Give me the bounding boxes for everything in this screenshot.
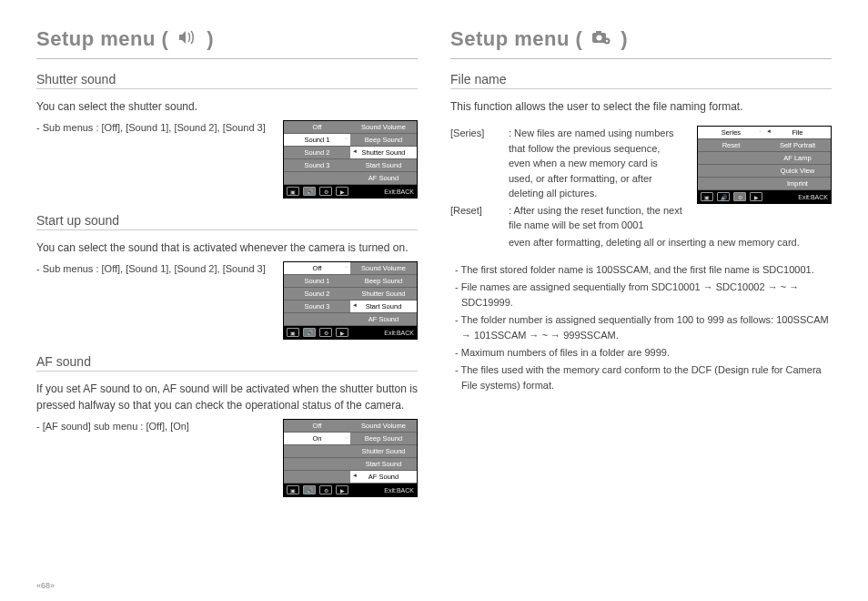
- section-af-sound: AF sound If you set AF sound to on, AF s…: [36, 354, 418, 512]
- menu-item-left: [284, 172, 350, 185]
- svg-point-4: [606, 40, 608, 42]
- svg-point-1: [597, 36, 602, 41]
- menu-item-right: Quick View: [764, 165, 831, 178]
- menu-item-right: Sound Volume: [350, 121, 417, 134]
- section-separator: [36, 371, 418, 372]
- submenu-text: - [AF sound] sub menu : [Off], [On]: [36, 419, 270, 434]
- title-separator: [450, 58, 832, 59]
- menu-item-left: Sound 1: [284, 134, 350, 147]
- play-icon: ▶: [336, 187, 348, 196]
- section-desc: You can select the sound that is activat…: [36, 239, 418, 256]
- menu-preview-startup: OffSound 1Sound 2Sound 3 Sound VolumeBee…: [283, 261, 418, 340]
- menu-item-right: Start Sound: [350, 159, 417, 172]
- menu-item-right: Beep Sound: [350, 433, 417, 445]
- menu-item-left: Sound 1: [284, 275, 350, 288]
- section-startup-sound: Start up sound You can select the sound …: [36, 213, 418, 354]
- section-heading: Shutter sound: [36, 72, 418, 87]
- definition-list: [Series] : New files are named using num…: [450, 126, 684, 235]
- section-heading: Start up sound: [36, 213, 418, 228]
- section-shutter-sound: Shutter sound You can select the shutter…: [36, 72, 418, 213]
- menu-item-left: [284, 445, 350, 458]
- menu-item-right: AF Sound: [350, 172, 417, 185]
- speaker-icon: 🔊: [303, 485, 316, 494]
- title-text-a: Setup menu (: [450, 27, 582, 51]
- exit-label: Exit:BACK: [384, 330, 414, 336]
- menu-item-left: Sound 3: [284, 300, 350, 313]
- gear-icon: ⚙: [319, 187, 332, 196]
- gear-icon: ⚙: [319, 328, 332, 337]
- note-item: Maximum numbers of files in a folder are…: [450, 345, 832, 361]
- menu-item-left: Sound 3: [284, 159, 350, 172]
- title-text-b: ): [207, 27, 214, 51]
- page-number: «68»: [36, 581, 55, 590]
- menu-item-left: Off: [284, 121, 350, 134]
- svg-rect-2: [596, 31, 601, 34]
- menu-footer: ▣🔊⚙▶Exit:BACK: [698, 190, 831, 203]
- speaker-icon: 🔊: [717, 192, 730, 201]
- section-separator: [36, 229, 418, 230]
- note-item: The files used with the memory card conf…: [450, 362, 832, 393]
- submenu-text: - Sub menus : [Off], [Sound 1], [Sound 2…: [36, 120, 270, 136]
- section-file-name: File name This function allows the user …: [450, 72, 832, 395]
- menu-item-left: [698, 178, 764, 190]
- title-separator: [36, 58, 418, 59]
- desc-reset-a: : After using the reset function, the ne…: [509, 203, 684, 233]
- menu-item-right: Shutter Sound: [350, 288, 417, 300]
- left-column: Setup menu ( ) Shutter sound You can sel…: [36, 27, 418, 583]
- menu-preview-af: OffOn Sound VolumeBeep SoundShutter Soun…: [283, 419, 418, 497]
- camera-gear-icon: [591, 29, 611, 46]
- menu-item-right: AF Sound: [350, 471, 417, 484]
- menu-item-left: Off: [284, 420, 350, 433]
- note-item: The folder number is assigned sequential…: [450, 312, 832, 343]
- menu-item-right: AF Sound: [350, 313, 417, 326]
- menu-item-right: Beep Sound: [350, 275, 417, 288]
- menu-item-left: [698, 152, 764, 165]
- page-title-left: Setup menu ( ): [36, 27, 418, 51]
- exit-label: Exit:BACK: [384, 487, 414, 494]
- menu-item-right: File: [764, 127, 831, 139]
- submenu-text: - Sub menus : [Off], [Sound 1], [Sound 2…: [36, 261, 270, 277]
- desc-series: : New files are named using numbers that…: [509, 126, 684, 201]
- menu-item-right: Start Sound: [350, 458, 417, 471]
- note-item: The first stored folder name is 100SSCAM…: [450, 262, 832, 278]
- menu-item-right: Beep Sound: [350, 134, 417, 147]
- section-desc: This function allows the user to select …: [450, 98, 832, 115]
- section-heading: AF sound: [36, 354, 418, 369]
- menu-item-left: Reset: [698, 139, 764, 152]
- menu-item-right: Shutter Sound: [350, 147, 417, 159]
- play-icon: ▶: [336, 485, 348, 494]
- menu-item-left: On: [284, 433, 350, 445]
- camera-icon: ▣: [701, 192, 713, 201]
- section-heading: File name: [450, 72, 832, 87]
- menu-item-left: Sound 2: [284, 288, 350, 300]
- section-separator: [36, 88, 418, 89]
- note-item: File names are assigned sequentially fro…: [450, 280, 832, 311]
- term-reset: [Reset]: [450, 203, 501, 233]
- menu-footer: ▣🔊⚙▶Exit:BACK: [284, 326, 417, 339]
- menu-item-right: Shutter Sound: [350, 445, 417, 458]
- title-text-b: ): [621, 27, 628, 51]
- section-desc: You can select the shutter sound.: [36, 98, 418, 115]
- right-column: Setup menu ( ) File name This function a…: [450, 27, 832, 583]
- menu-item-right: AF Lamp: [764, 152, 831, 165]
- term-series: [Series]: [450, 126, 501, 201]
- desc-reset-b: even after formatting, deleting all or i…: [509, 235, 832, 250]
- exit-label: Exit:BACK: [798, 194, 828, 200]
- menu-item-right: Imprint: [764, 178, 831, 190]
- menu-item-right: Sound Volume: [350, 262, 417, 275]
- camera-icon: ▣: [287, 187, 299, 196]
- menu-footer: ▣🔊⚙▶Exit:BACK: [284, 185, 417, 198]
- menu-item-right: Start Sound: [350, 300, 417, 313]
- menu-item-left: Off: [284, 262, 350, 275]
- camera-icon: ▣: [287, 328, 299, 337]
- speaker-icon: 🔊: [303, 328, 316, 337]
- speaker-icon: [177, 29, 197, 46]
- menu-footer: ▣🔊⚙▶Exit:BACK: [284, 484, 417, 496]
- exit-label: Exit:BACK: [384, 188, 414, 195]
- page-title-right: Setup menu ( ): [450, 27, 832, 51]
- menu-item-left: [284, 471, 350, 484]
- menu-item-right: Self Portrait: [764, 139, 831, 152]
- gear-icon: ⚙: [319, 485, 332, 494]
- menu-preview-filename: SeriesReset FileSelf PortraitAF LampQuic…: [697, 126, 832, 204]
- camera-icon: ▣: [287, 485, 299, 494]
